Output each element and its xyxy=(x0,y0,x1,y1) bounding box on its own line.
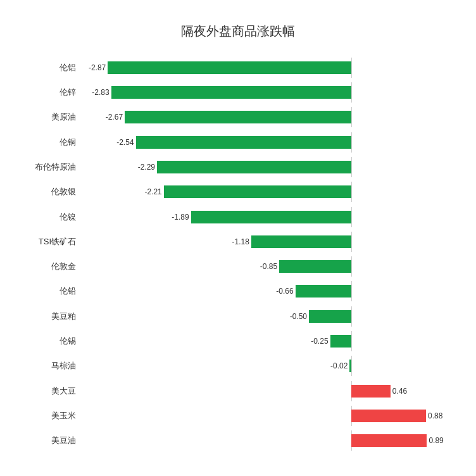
axis-line xyxy=(351,331,352,351)
bar-wrapper: -2.21 xyxy=(164,185,351,198)
axis-line xyxy=(351,356,352,376)
bar-value-label: -0.66 xyxy=(276,287,295,296)
bar xyxy=(351,410,426,422)
bar-row: 美豆粕-0.50 xyxy=(23,306,453,327)
bar-area: -2.21 xyxy=(80,182,453,202)
bar xyxy=(296,285,352,298)
bar-row: 伦锌-2.83 xyxy=(23,82,453,103)
bar-wrapper: -2.83 xyxy=(111,86,351,99)
bar xyxy=(330,335,352,348)
bar-area: -1.18 xyxy=(80,232,453,252)
axis-line xyxy=(351,256,352,277)
bar-value-label: -1.89 xyxy=(172,213,191,222)
bar-value-label: -0.85 xyxy=(260,262,279,271)
bar-row: 美原油-2.67 xyxy=(23,107,453,127)
axis-line xyxy=(351,107,352,127)
axis-line xyxy=(351,82,352,103)
bar-wrapper: -1.89 xyxy=(191,211,351,223)
bar-area: -2.29 xyxy=(80,157,453,177)
chart-container: 隔夜外盘商品涨跌幅 伦铝-2.87伦锌-2.83美原油-2.67伦铜-2.54布… xyxy=(10,10,466,466)
bar-area: -2.54 xyxy=(80,132,453,153)
bar-area: -2.83 xyxy=(80,82,453,103)
bar xyxy=(191,211,351,223)
bar-wrapper: -0.85 xyxy=(279,260,351,273)
bar-value-label: -0.50 xyxy=(290,312,309,321)
bar-value-label: -2.87 xyxy=(89,63,108,72)
bar-row: 伦镍-1.89 xyxy=(23,207,453,227)
axis-line xyxy=(351,207,352,227)
bar-area: -2.87 xyxy=(80,58,453,78)
bar-value-label: -2.29 xyxy=(138,163,157,172)
bar xyxy=(125,111,351,123)
bar-value-label: 0.89 xyxy=(427,436,443,445)
bar-row: 美大豆0.46 xyxy=(23,381,453,401)
bar-area: -0.50 xyxy=(80,306,453,327)
bar-wrapper: -1.18 xyxy=(251,235,351,248)
bar xyxy=(136,136,352,149)
bar-area: 0.89 xyxy=(80,430,453,451)
bar-wrapper: -2.29 xyxy=(157,161,351,173)
axis-line xyxy=(351,132,352,153)
bar-wrapper: 0.46 xyxy=(351,385,391,398)
bar-label-text: 马棕油 xyxy=(23,360,80,372)
bar-area: 0.46 xyxy=(80,381,453,401)
bar-area: -1.89 xyxy=(80,207,453,227)
bar-area: -0.85 xyxy=(80,256,453,277)
bar-label-text: 伦铝 xyxy=(23,62,80,73)
bar-wrapper: -2.67 xyxy=(125,111,351,123)
bar-value-label: 0.46 xyxy=(391,387,407,396)
bar-value-label: 0.88 xyxy=(426,411,442,420)
bar-label-text: 伦镍 xyxy=(23,211,80,223)
bar-value-label: -0.25 xyxy=(311,337,330,346)
bar-row: 美玉米0.88 xyxy=(23,406,453,426)
bar-row: 伦敦银-2.21 xyxy=(23,182,453,202)
axis-line xyxy=(351,281,352,301)
bar-area: -0.25 xyxy=(80,331,453,351)
bar-wrapper: 0.88 xyxy=(351,410,426,422)
bar-label-text: 美豆粕 xyxy=(23,311,80,322)
bar-label-text: 伦锌 xyxy=(23,87,80,98)
bar-area: -0.02 xyxy=(80,356,453,376)
bar-label-text: 美大豆 xyxy=(23,385,80,397)
bar-wrapper: 0.89 xyxy=(351,434,427,447)
bar-value-label: -0.02 xyxy=(330,361,349,370)
bar-value-label: -1.18 xyxy=(232,237,251,246)
bar-wrapper: -0.02 xyxy=(349,360,351,372)
chart-body: 伦铝-2.87伦锌-2.83美原油-2.67伦铜-2.54布伦特原油-2.29伦… xyxy=(23,55,453,453)
bar-wrapper: -0.50 xyxy=(309,310,351,323)
bar-label-text: 美玉米 xyxy=(23,410,80,422)
bar-area: -0.66 xyxy=(80,281,453,301)
bar-label-text: 伦敦银 xyxy=(23,186,80,197)
bar-wrapper: -2.87 xyxy=(108,61,351,74)
bar-value-label: -2.21 xyxy=(144,187,163,196)
bar-row: 布伦特原油-2.29 xyxy=(23,157,453,177)
bar-label-text: 伦锡 xyxy=(23,335,80,347)
bar xyxy=(349,360,351,372)
bar-row: 伦敦金-0.85 xyxy=(23,256,453,277)
bar-label-text: 美豆油 xyxy=(23,435,80,446)
axis-line xyxy=(351,58,352,78)
bar xyxy=(309,310,351,323)
bar-label-text: 伦敦金 xyxy=(23,261,80,272)
bar xyxy=(164,185,351,198)
bar xyxy=(251,235,351,248)
axis-line xyxy=(351,182,352,202)
bar-label-text: 美原油 xyxy=(23,111,80,123)
bar-value-label: -2.83 xyxy=(92,88,111,97)
bar-value-label: -2.67 xyxy=(106,113,125,122)
bar xyxy=(108,61,351,74)
bar-label-text: 伦铅 xyxy=(23,285,80,297)
axis-line xyxy=(351,306,352,327)
bar-wrapper: -2.54 xyxy=(136,136,352,149)
bar-row: 伦铝-2.87 xyxy=(23,58,453,78)
chart-title: 隔夜外盘商品涨跌幅 xyxy=(23,23,453,40)
bar xyxy=(351,434,427,447)
axis-line xyxy=(351,157,352,177)
bar xyxy=(157,161,351,173)
bar-label-text: TSI铁矿石 xyxy=(23,236,80,247)
bar-wrapper: -0.66 xyxy=(296,285,352,298)
bar-label-text: 布伦特原油 xyxy=(23,161,80,173)
bar xyxy=(351,385,391,398)
bar-value-label: -2.54 xyxy=(116,138,135,147)
bar-area: 0.88 xyxy=(80,406,453,426)
